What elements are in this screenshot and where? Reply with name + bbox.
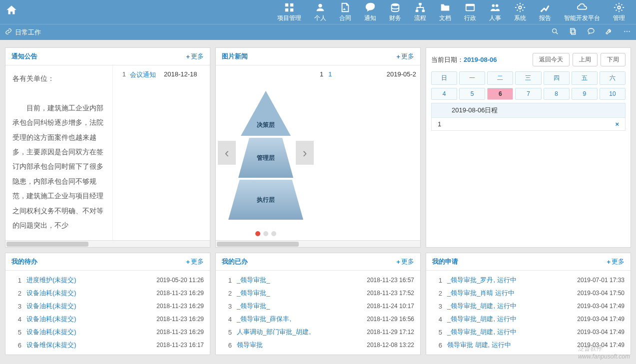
- nav-notice[interactable]: 通知: [358, 1, 382, 23]
- nav-report[interactable]: 报告: [533, 1, 557, 23]
- sub-header: 日常工作: [0, 24, 636, 40]
- svg-point-14: [541, 10, 543, 12]
- panel-notice-more[interactable]: 更多: [186, 52, 204, 61]
- list-item[interactable]: 6领导审批2018-12-08 13:22: [222, 339, 414, 352]
- list-item[interactable]: 1_领导审批_罗丹, 运行中2019-07-01 17:33: [432, 274, 625, 287]
- list-item[interactable]: 1进度维护(未提交)2019-05-20 11:26: [11, 274, 204, 287]
- weekday-cell[interactable]: 三: [515, 71, 541, 85]
- daynum-cell[interactable]: 5: [459, 88, 485, 100]
- daynum-row: 45678910: [431, 88, 626, 100]
- list-item[interactable]: 2_领导审批_2018-11-23 17:52: [222, 287, 414, 300]
- list-item[interactable]: 5设备油耗(未提交)2018-11-23 16:29: [11, 326, 204, 339]
- daynum-cell[interactable]: 10: [600, 88, 626, 100]
- list-item[interactable]: 3_领导审批_胡建, 运行中2019-03-04 17:49: [432, 300, 625, 313]
- panel-done-more[interactable]: 更多: [396, 257, 414, 266]
- svg-point-5: [392, 3, 399, 6]
- weekday-cell[interactable]: 日: [431, 71, 457, 85]
- schedule-row[interactable]: 1 ×: [431, 118, 626, 131]
- weekday-cell[interactable]: 二: [487, 71, 513, 85]
- pyramid-image: 决策层 管理层 执行层: [228, 91, 303, 220]
- daynum-cell[interactable]: 6: [487, 88, 513, 100]
- nav-personal[interactable]: 个人: [308, 1, 332, 23]
- btn-prev-week[interactable]: 上周: [573, 53, 598, 66]
- nav-hr[interactable]: 人事: [483, 1, 507, 23]
- svg-point-12: [496, 4, 499, 6]
- panel-todo-title: 我的待办: [11, 257, 37, 266]
- main-header: 项目管理 个人 合同 通知 财务 流程 文档 行政 人事 系统 报告 智能开发平…: [0, 0, 636, 24]
- nav-document[interactable]: 文档: [433, 1, 457, 23]
- panel-apply: 我的申请 更多 1_领导审批_罗丹, 运行中2019-07-01 17:332_…: [426, 253, 631, 355]
- apply-list: 1_领导审批_罗丹, 运行中2019-07-01 17:332_领导审批_肖晴 …: [426, 271, 631, 355]
- panel-todo-more[interactable]: 更多: [186, 257, 204, 266]
- weekday-cell[interactable]: 五: [572, 71, 598, 85]
- done-list: 1_领导审批_2018-11-23 16:572_领导审批_2018-11-23…: [216, 271, 420, 355]
- list-item[interactable]: 3设备油耗(未提交)2018-11-23 16:29: [11, 300, 204, 313]
- panel-todo: 我的待办 更多 1进度维护(未提交)2019-05-20 11:262设备油耗(…: [5, 253, 210, 355]
- nav-finance[interactable]: 财务: [383, 1, 407, 23]
- tool-icon[interactable]: [605, 27, 613, 37]
- list-item[interactable]: 4设备油耗(未提交)2018-11-23 16:29: [11, 313, 204, 326]
- nav-devplatform[interactable]: 智能开发平台: [558, 1, 606, 23]
- list-item[interactable]: 5人事调动_部门审批_胡建,2018-11-29 17:12: [222, 326, 414, 339]
- notice-scrollbar[interactable]: [5, 240, 210, 247]
- panel-apply-more[interactable]: 更多: [607, 257, 625, 266]
- list-item[interactable]: 4_领导审批_胡建, 运行中2019-03-04 17:49: [432, 313, 625, 326]
- nav-manage[interactable]: 管理: [607, 1, 631, 23]
- notice-row[interactable]: 1 会议通知 2018-12-18: [117, 69, 206, 80]
- svg-rect-3: [290, 8, 293, 11]
- weekday-cell[interactable]: 四: [544, 71, 570, 85]
- carousel-dots: [255, 231, 276, 236]
- btn-today[interactable]: 返回今天: [533, 53, 570, 66]
- schedule-heading: 2019-08-06日程: [431, 103, 626, 118]
- carousel-dot[interactable]: [255, 231, 260, 236]
- list-item[interactable]: 1_领导审批_2018-11-23 16:57: [222, 274, 414, 287]
- news-scrollbar[interactable]: [216, 240, 420, 247]
- carousel-prev-icon[interactable]: ‹: [218, 141, 236, 165]
- close-icon[interactable]: ×: [615, 120, 619, 128]
- carousel-next-icon[interactable]: ›: [296, 141, 314, 165]
- svg-point-20: [627, 31, 628, 32]
- list-item[interactable]: 4_领导审批_薛保丰,2018-11-29 16:56: [222, 313, 414, 326]
- list-item[interactable]: 6设备维保(未提交)2018-11-23 16:17: [11, 339, 204, 352]
- list-item[interactable]: 2设备油耗(未提交)2018-11-23 16:29: [11, 287, 204, 300]
- list-item[interactable]: 3_领导审批_2018-11-24 10:17: [222, 300, 414, 313]
- more-icon[interactable]: [623, 27, 631, 37]
- svg-point-11: [492, 4, 495, 6]
- chat-icon[interactable]: [587, 27, 595, 37]
- list-item[interactable]: 6领导审批 胡建, 运行中2019-03-04 17:49: [432, 339, 625, 352]
- panel-schedule: 当前日期：2019-08-06 返回今天 上周 下周 日一二三四五六 45678…: [426, 47, 631, 248]
- list-item[interactable]: 2_领导审批_肖晴 运行中2019-03-04 17:50: [432, 287, 625, 300]
- daynum-cell[interactable]: 7: [515, 88, 541, 100]
- search-icon[interactable]: [551, 27, 559, 37]
- nav-system[interactable]: 系统: [508, 1, 532, 23]
- panel-news-more[interactable]: 更多: [396, 52, 414, 61]
- nav-contract[interactable]: 合同: [333, 1, 357, 23]
- news-row[interactable]: 1 1 2019-05-2: [320, 69, 416, 79]
- carousel-dot[interactable]: [271, 231, 276, 236]
- svg-rect-8: [422, 9, 425, 12]
- nav-project[interactable]: 项目管理: [271, 1, 307, 23]
- nav-process[interactable]: 流程: [408, 1, 432, 23]
- svg-rect-18: [571, 28, 575, 33]
- svg-point-19: [624, 31, 626, 32]
- notice-content: 各有关单位： 目前，建筑施工企业内部承包合同纠纷逐步增多，法院受理的这方面案件也…: [5, 65, 112, 240]
- panel-notice-title: 通知公告: [11, 52, 37, 61]
- home-icon[interactable]: [5, 4, 18, 20]
- svg-rect-6: [419, 2, 422, 5]
- list-item[interactable]: 5_领导审批_胡建, 运行中2019-03-04 17:49: [432, 326, 625, 339]
- content-grid: 通知公告 更多 各有关单位： 目前，建筑施工企业内部承包合同纠纷逐步增多，法院受…: [0, 40, 636, 363]
- weekday-cell[interactable]: 一: [459, 71, 485, 85]
- btn-next-week[interactable]: 下周: [601, 53, 626, 66]
- daynum-cell[interactable]: 8: [544, 88, 570, 100]
- top-nav: 项目管理 个人 合同 通知 财务 流程 文档 行政 人事 系统 报告 智能开发平…: [271, 1, 631, 23]
- nav-admin[interactable]: 行政: [458, 1, 482, 23]
- daynum-cell[interactable]: 9: [572, 88, 598, 100]
- svg-rect-1: [290, 3, 293, 6]
- notice-side-list: 1 会议通知 2018-12-18: [112, 65, 210, 240]
- weekday-cell[interactable]: 六: [600, 71, 626, 85]
- copy-icon[interactable]: [569, 27, 577, 37]
- panel-apply-title: 我的申请: [432, 257, 458, 266]
- daynum-cell[interactable]: 4: [431, 88, 457, 100]
- svg-rect-2: [285, 8, 288, 11]
- carousel-dot[interactable]: [263, 231, 268, 236]
